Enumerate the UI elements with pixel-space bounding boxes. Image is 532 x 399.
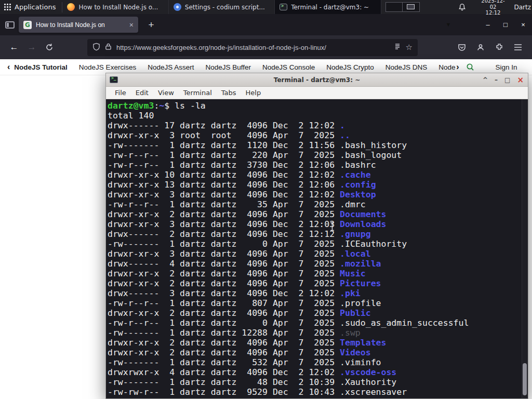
site-nav-item-dns[interactable]: NodeJS DNS bbox=[385, 63, 427, 71]
terminal-output-line: drwxr-xr-x 13 dartz dartz 4096 Dec 2 12:… bbox=[108, 180, 528, 190]
site-favicon-icon: G bbox=[23, 21, 32, 29]
tab-title: How to Install Node.js on bbox=[36, 21, 124, 29]
new-tab-button[interactable]: + bbox=[144, 18, 158, 32]
site-nav-item-truncated[interactable]: Node bbox=[438, 63, 456, 71]
desktop: Applications How to Install Node.js o...… bbox=[0, 0, 532, 399]
terminal-output-line: drwxr-xr-x 3 dartz dartz 4096 Apr 7 2025… bbox=[108, 249, 528, 259]
terminal-titlebar[interactable]: Terminal - dartz@vm3: ~ ^ – □ × bbox=[106, 73, 528, 87]
terminal-output-line: -rw-r--r-- 1 dartz dartz 3730 Dec 2 12:0… bbox=[108, 160, 528, 170]
clock-time: 12:12 bbox=[478, 10, 508, 16]
terminal-output-line: drwx------ 3 dartz dartz 4096 Dec 2 12:0… bbox=[108, 288, 528, 298]
shade-icon[interactable]: ^ bbox=[483, 76, 488, 84]
notifications-bell-icon[interactable] bbox=[458, 3, 466, 11]
prompt-user-host: dartz@vm3 bbox=[108, 101, 154, 111]
reader-mode-icon[interactable] bbox=[394, 43, 401, 52]
menu-file[interactable]: File bbox=[110, 89, 131, 97]
lock-icon[interactable] bbox=[105, 43, 112, 52]
pocket-icon[interactable] bbox=[453, 38, 471, 56]
tracking-shield-icon[interactable] bbox=[92, 43, 100, 52]
menu-view[interactable]: View bbox=[153, 89, 179, 97]
terminal-title: Terminal - dartz@vm3: ~ bbox=[106, 76, 528, 84]
browser-tab-bar: G How to Install Node.js on × + ▼ – □ × bbox=[0, 14, 532, 35]
text-cursor bbox=[329, 222, 335, 233]
applications-grid-icon bbox=[4, 4, 11, 10]
toolbar-buttons bbox=[453, 38, 527, 56]
window-minimize-button[interactable]: – bbox=[479, 21, 497, 29]
terminal-scrollbar-thumb[interactable] bbox=[523, 363, 527, 395]
terminal-total-line: total 140 bbox=[108, 111, 528, 121]
site-nav-item-crypto[interactable]: NodeJS Crypto bbox=[326, 63, 374, 71]
terminal-output-line: drwxr-xr-x 2 dartz dartz 4096 Apr 7 2025… bbox=[108, 308, 528, 318]
scroll-right-icon[interactable]: › bbox=[456, 63, 459, 71]
workspace-1[interactable] bbox=[385, 2, 403, 12]
terminal-close-button[interactable]: × bbox=[517, 75, 524, 85]
terminal-output-line: drwxr-xr-x 10 dartz dartz 4096 Dec 2 12:… bbox=[108, 170, 528, 180]
terminal-content[interactable]: dartz@vm3:~$ ls -la total 140 drwx------… bbox=[106, 99, 528, 398]
reload-icon[interactable] bbox=[41, 38, 58, 56]
window-close-button[interactable]: × bbox=[514, 21, 532, 29]
url-text[interactable]: https://www.geeksforgeeks.org/node-js/in… bbox=[116, 44, 389, 51]
menu-help[interactable]: Help bbox=[241, 89, 266, 97]
firefox-view-icon[interactable] bbox=[5, 21, 15, 29]
browser-toolbar: ← → https://www.geeksforgeeks.org/node-j… bbox=[0, 35, 532, 59]
menu-tabs[interactable]: Tabs bbox=[217, 89, 241, 97]
prompt-command: ls -la bbox=[175, 101, 206, 111]
terminal-output-line: -rw------- 1 dartz dartz 12288 Apr 7 202… bbox=[108, 328, 528, 338]
window-controls: ▼ – □ × bbox=[440, 14, 532, 35]
taskbar-window-settings[interactable]: Settings - codium script... bbox=[169, 0, 275, 14]
terminal-minimize-button[interactable]: – bbox=[495, 76, 498, 84]
menu-icon[interactable] bbox=[509, 38, 527, 56]
window-maximize-button[interactable]: □ bbox=[497, 21, 514, 29]
workspace-2[interactable] bbox=[403, 2, 420, 12]
site-nav-item-tutorial[interactable]: NodeJS Tutorial bbox=[14, 63, 68, 71]
site-nav-item-assert[interactable]: NodeJS Assert bbox=[148, 63, 194, 71]
terminal-output-line: -rw-r--r-- 1 dartz dartz 220 Apr 7 2025 … bbox=[108, 150, 528, 160]
menu-terminal[interactable]: Terminal bbox=[179, 89, 217, 97]
terminal-output-line: drwxr-xr-x 3 dartz dartz 4096 Dec 2 12:0… bbox=[108, 190, 528, 200]
tab-close-icon[interactable]: × bbox=[128, 21, 134, 29]
terminal-output-line: -rw-rw-r-- 1 dartz dartz 9529 Dec 2 10:4… bbox=[108, 387, 528, 397]
terminal-menubar: File Edit View Terminal Tabs Help bbox=[106, 87, 528, 99]
taskbar-window-label: How to Install Node.js o... bbox=[78, 4, 158, 11]
taskbar-window-terminal[interactable]: Terminal - dartz@vm3: ~ bbox=[275, 0, 381, 14]
terminal-icon bbox=[280, 4, 287, 10]
taskbar-window-browser[interactable]: How to Install Node.js o... bbox=[62, 0, 168, 14]
terminal-output-line: drwxr-xr-x 2 dartz dartz 4096 Apr 7 2025… bbox=[108, 338, 528, 348]
terminal-output-line: drwxrwxr-x 4 dartz dartz 4096 Dec 2 12:0… bbox=[108, 367, 528, 377]
forward-icon[interactable]: → bbox=[23, 38, 41, 56]
terminal-output-line: drwxr-xr-x 2 dartz dartz 4096 Apr 7 2025… bbox=[108, 269, 528, 278]
url-bar[interactable]: https://www.geeksforgeeks.org/node-js/in… bbox=[87, 39, 418, 56]
clock[interactable]: 2025-12-02 12:12 bbox=[478, 0, 508, 16]
terminal-output-line: drwx------ 2 dartz dartz 4096 Dec 2 12:1… bbox=[108, 229, 528, 239]
sign-in-button[interactable]: Sign In bbox=[495, 63, 517, 71]
terminal-window-controls: ^ – □ × bbox=[483, 73, 524, 87]
browser-tab[interactable]: G How to Install Node.js on × bbox=[19, 17, 138, 33]
prompt-separator: : bbox=[154, 101, 159, 111]
scroll-left-icon[interactable]: ‹ bbox=[7, 63, 10, 71]
search-icon[interactable] bbox=[466, 63, 474, 71]
workspace-switcher[interactable] bbox=[385, 2, 420, 12]
account-icon[interactable] bbox=[472, 38, 489, 56]
site-nav-item-console[interactable]: NodeJS Console bbox=[262, 63, 315, 71]
bookmark-star-icon[interactable]: ☆ bbox=[406, 43, 413, 52]
user-menu[interactable]: Dartz bbox=[514, 4, 531, 11]
terminal-output-line: drwxr-xr-x 2 dartz dartz 4096 Apr 7 2025… bbox=[108, 209, 528, 219]
site-nav-item-exercises[interactable]: NodeJS Exercises bbox=[79, 63, 136, 71]
prompt-line: dartz@vm3:~$ ls -la bbox=[108, 101, 528, 111]
taskbar: Applications How to Install Node.js o...… bbox=[0, 0, 532, 14]
taskbar-window-label: Settings - codium script... bbox=[185, 4, 265, 11]
terminal-output-line: -rw-r--r-- 1 dartz dartz 0 Apr 7 2025 .s… bbox=[108, 318, 528, 328]
prompt-symbol: $ bbox=[164, 101, 175, 111]
menu-edit[interactable]: Edit bbox=[131, 89, 153, 97]
back-icon[interactable]: ← bbox=[5, 38, 23, 56]
settings-icon bbox=[174, 3, 181, 11]
site-nav-item-buffer[interactable]: NodeJS Buffer bbox=[205, 63, 251, 71]
terminal-scrollbar[interactable] bbox=[522, 99, 528, 398]
terminal-output-line: drwxr-xr-x 2 dartz dartz 4096 Apr 7 2025… bbox=[108, 348, 528, 357]
terminal-output-line: -rw-r--r-- 1 dartz dartz 807 Apr 7 2025 … bbox=[108, 298, 528, 308]
extensions-icon[interactable] bbox=[490, 38, 508, 56]
terminal-maximize-button[interactable]: □ bbox=[504, 76, 510, 84]
applications-menu-button[interactable]: Applications bbox=[0, 0, 62, 14]
list-all-tabs-icon[interactable]: ▼ bbox=[440, 22, 457, 28]
applications-label: Applications bbox=[15, 3, 56, 11]
